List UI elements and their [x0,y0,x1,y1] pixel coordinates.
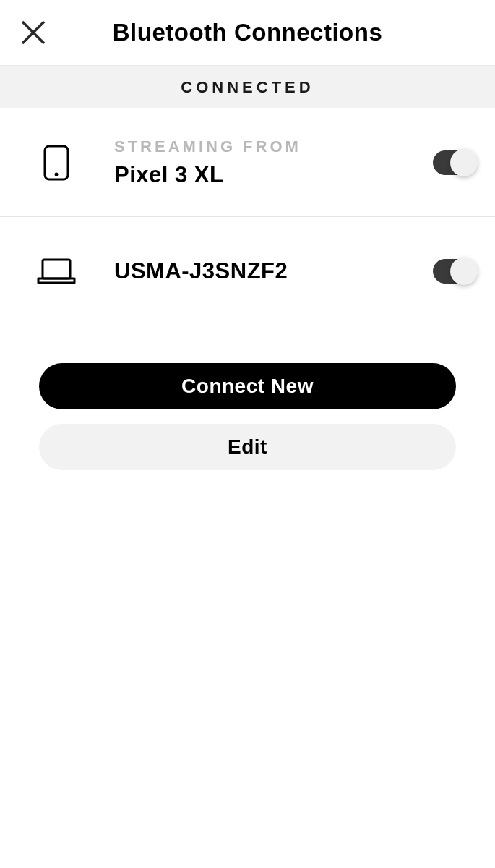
device-info: STREAMING FROM Pixel 3 XL [78,137,433,188]
device-toggle[interactable] [433,259,475,284]
device-info: USMA-J3SNZF2 [78,258,433,284]
device-name: USMA-J3SNZF2 [114,258,433,284]
section-header-connected: CONNECTED [0,65,495,109]
edit-button[interactable]: Edit [39,424,456,470]
page-title: Bluetooth Connections [20,19,475,46]
device-name: Pixel 3 XL [114,162,433,188]
device-sublabel: STREAMING FROM [114,137,433,156]
header: Bluetooth Connections [0,0,495,65]
device-toggle[interactable] [433,150,475,175]
phone-icon [35,145,78,181]
close-icon [21,20,46,45]
connect-new-button[interactable]: Connect New [39,363,456,409]
device-row-phone[interactable]: STREAMING FROM Pixel 3 XL [0,109,495,217]
buttons-area: Connect New Edit [0,326,495,470]
close-button[interactable] [20,20,46,46]
toggle-knob [450,258,478,285]
svg-point-3 [55,172,59,176]
device-row-laptop[interactable]: USMA-J3SNZF2 [0,217,495,326]
toggle-knob [450,149,478,176]
svg-rect-4 [43,260,70,278]
laptop-icon [35,257,78,286]
